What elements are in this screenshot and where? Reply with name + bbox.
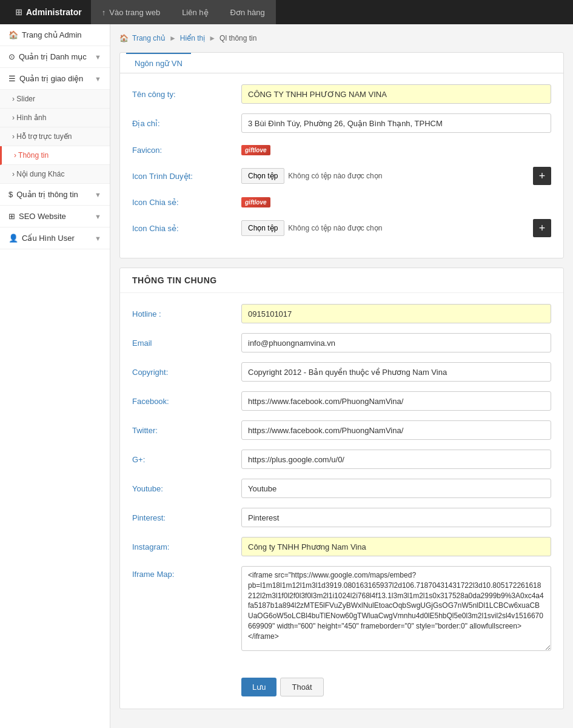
top-nav: ⊞ Administrator ↑ Vào trang web Liên hệ … xyxy=(0,0,573,24)
sidebar-label-qtt: Quản trị thông tin xyxy=(16,190,78,199)
sidebar-item-giao-dien[interactable]: ☰ Quản trị giao diện ▼ xyxy=(0,68,110,90)
layout: 🏠 Trang chủ Admin ⊙ Quản trị Danh mục ▼ … xyxy=(0,24,573,728)
icon-chia-se2-no-file: Không có tệp nào được chọn xyxy=(288,224,529,232)
icon-trinh-duyet-choose-btn[interactable]: Chọn tệp xyxy=(241,168,284,184)
ten-cong-ty-row: Tên công ty: xyxy=(132,84,551,104)
youtube-label: Youtube: xyxy=(132,484,241,493)
breadcrumb-hien-thi[interactable]: Hiển thị xyxy=(180,34,205,42)
save-button[interactable]: Lưu xyxy=(241,678,276,696)
card-body-general: Hotline : Email Copyright: Facebook: xyxy=(120,293,563,672)
gplus-input[interactable] xyxy=(241,450,551,469)
hotline-input[interactable] xyxy=(241,304,551,323)
sidebar-item-noi-dung-khac[interactable]: › Nội dung Khác xyxy=(0,165,110,184)
icon-chia-se-label: Icon Chia sẻ: xyxy=(132,198,241,207)
sidebar-item-ho-tro[interactable]: › Hỗ trợ trực tuyến xyxy=(0,127,110,146)
icon-chia-se2-add-btn[interactable]: + xyxy=(533,219,551,237)
sidebar-label-trang-chu: Trang chủ Admin xyxy=(22,30,82,39)
sidebar-label-danh-muc: Quản trị Danh mục xyxy=(19,52,87,61)
instagram-label: Instagram: xyxy=(132,542,241,551)
user-icon: 👤 xyxy=(8,234,18,243)
gplus-label: G+: xyxy=(132,455,241,464)
dia-chi-label: Địa chỉ: xyxy=(132,119,241,128)
facebook-input[interactable] xyxy=(241,391,551,411)
tab-ngon-ngu[interactable]: Ngôn ngữ VN xyxy=(126,53,191,73)
sidebar-item-trang-chu[interactable]: 🏠 Trang chủ Admin xyxy=(0,24,110,46)
cancel-button[interactable]: Thoát xyxy=(280,678,323,696)
pinterest-row: Pinterest: xyxy=(132,508,551,527)
sidebar-label-thong-tin: › Thông tin xyxy=(14,151,49,160)
breadcrumb-home[interactable]: Trang chủ xyxy=(132,34,166,42)
sidebar-item-quan-tri-danh-muc[interactable]: ⊙ Quản trị Danh mục ▼ xyxy=(0,46,110,68)
dia-chi-input[interactable] xyxy=(241,113,551,133)
card-tabs: Ngôn ngữ VN xyxy=(120,53,563,73)
main-content: 🏠 Trang chủ ► Hiển thị ► Ql thông tin Ng… xyxy=(110,24,573,728)
gplus-row: G+: xyxy=(132,450,551,469)
sidebar-item-thong-tin[interactable]: › Thông tin xyxy=(0,146,110,165)
icon-chia-se2-file-row: Chọn tệp Không có tệp nào được chọn + xyxy=(241,219,551,237)
contact-label: Liên hệ xyxy=(182,8,208,17)
contact-button[interactable]: Liên hệ xyxy=(171,0,219,24)
visit-site-button[interactable]: ↑ Vào trang web xyxy=(91,0,171,24)
iframe-label: Iframe Map: xyxy=(132,566,241,579)
twitter-row: Twitter: xyxy=(132,420,551,440)
arrow-icon-seo: ▼ xyxy=(95,213,101,220)
instagram-input[interactable] xyxy=(241,537,551,556)
icon-trinh-duyet-add-btn[interactable]: + xyxy=(533,167,551,185)
sidebar-item-user[interactable]: 👤 Cấu Hình User ▼ xyxy=(0,228,110,249)
copyright-input[interactable] xyxy=(241,362,551,382)
icon-chia-se-row: Icon Chia sẻ: giftlove xyxy=(132,195,551,209)
breadcrumb: 🏠 Trang chủ ► Hiển thị ► Ql thông tin xyxy=(119,30,564,46)
favicon-logo: giftlove xyxy=(241,145,270,155)
sidebar-label-seo: SEO Website xyxy=(19,212,66,221)
layout-icon: ☰ xyxy=(8,74,16,83)
category-icon: ⊙ xyxy=(8,52,15,61)
icon-trinh-duyet-row: Icon Trình Duyệt: Chọn tệp Không có tệp … xyxy=(132,167,551,185)
sidebar-item-hinh-anh[interactable]: › Hình ảnh xyxy=(0,109,110,127)
sidebar-item-quan-tri-thong-tin[interactable]: $ Quản trị thông tin ▼ xyxy=(0,184,110,206)
icon-chia-se2-choose-btn[interactable]: Chọn tệp xyxy=(241,220,284,236)
breadcrumb-sep1: ► xyxy=(169,34,176,42)
home-icon-breadcrumb: 🏠 xyxy=(119,34,129,42)
iframe-textarea[interactable]: <iframe src="https://www.google.com/maps… xyxy=(241,566,551,651)
twitter-label: Twitter: xyxy=(132,426,241,435)
dollar-icon: $ xyxy=(8,190,13,199)
sidebar-item-slider[interactable]: › Slider xyxy=(0,90,110,109)
email-row: Email xyxy=(132,333,551,352)
orders-button[interactable]: Đơn hàng xyxy=(219,0,276,24)
sidebar-label-noi-dung-khac: › Nội dung Khác xyxy=(12,170,64,178)
favicon-row: Favicon: giftlove xyxy=(132,143,551,157)
instagram-row: Instagram: xyxy=(132,537,551,556)
ten-cong-ty-input[interactable] xyxy=(241,84,551,104)
icon-chia-se2-row: Icon Chia sẻ: Chọn tệp Không có tệp nào … xyxy=(132,219,551,237)
youtube-input[interactable] xyxy=(241,479,551,498)
icon-trinh-duyet-label: Icon Trình Duyệt: xyxy=(132,172,241,181)
sidebar-label-slider: › Slider xyxy=(12,95,35,103)
icon-chia-se-image: giftlove xyxy=(241,195,270,209)
brand-label: Administrator xyxy=(26,7,82,17)
icon-chia-se-logo: giftlove xyxy=(241,197,270,207)
brand: ⊞ Administrator xyxy=(6,7,91,17)
home-icon: 🏠 xyxy=(8,30,18,39)
arrow-icon: ▼ xyxy=(95,53,101,61)
favicon-image: giftlove xyxy=(241,143,270,157)
ten-cong-ty-label: Tên công ty: xyxy=(132,90,241,99)
sidebar-item-seo[interactable]: ⊞ SEO Website ▼ xyxy=(0,206,110,228)
email-input[interactable] xyxy=(241,333,551,352)
sidebar: 🏠 Trang chủ Admin ⊙ Quản trị Danh mục ▼ … xyxy=(0,24,110,728)
arrow-icon-qtt: ▼ xyxy=(95,191,101,198)
orders-label: Đơn hàng xyxy=(230,8,265,17)
icon-chia-se2-label: Icon Chia sẻ: xyxy=(132,224,241,233)
favicon-label: Favicon: xyxy=(132,146,241,155)
hotline-label: Hotline : xyxy=(132,309,241,318)
brand-icon: ⊞ xyxy=(15,7,22,17)
basic-info-card: Ngôn ngữ VN Tên công ty: Địa chỉ: Favico… xyxy=(119,52,564,258)
card-body-basic: Tên công ty: Địa chỉ: Favicon: giftlove xyxy=(120,73,563,258)
pinterest-label: Pinterest: xyxy=(132,513,241,522)
sidebar-label-giao-dien: Quản trị giao diện xyxy=(19,74,83,83)
twitter-input[interactable] xyxy=(241,420,551,440)
pinterest-input[interactable] xyxy=(241,508,551,527)
thong-tin-chung-card: THÔNG TIN CHUNG Hotline : Email Copyrigh… xyxy=(119,268,564,709)
facebook-row: Facebook: xyxy=(132,391,551,411)
icon-trinh-duyet-no-file: Không có tệp nào được chọn xyxy=(288,172,529,180)
iframe-row: Iframe Map: <iframe src="https://www.goo… xyxy=(132,566,551,651)
